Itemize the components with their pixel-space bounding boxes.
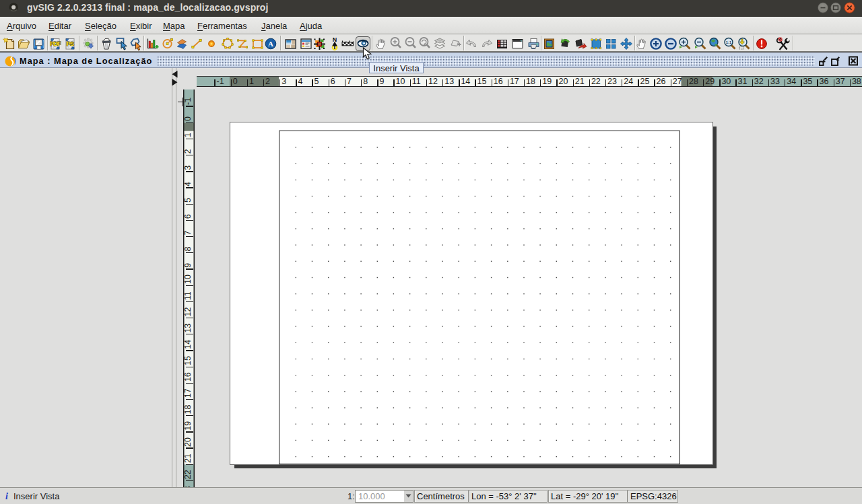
svg-text:22: 22	[183, 470, 193, 479]
svg-text:15: 15	[477, 77, 487, 86]
svg-text:5: 5	[314, 77, 319, 86]
svg-text:26: 26	[657, 77, 666, 86]
svg-text:22: 22	[591, 77, 601, 86]
svg-text:-1: -1	[217, 77, 224, 86]
svg-text:7: 7	[347, 77, 352, 86]
svg-text:20: 20	[559, 77, 568, 86]
svg-text:36: 36	[820, 77, 829, 86]
svg-text:6: 6	[183, 214, 193, 219]
svg-text:10: 10	[183, 275, 193, 284]
svg-text:11: 11	[183, 291, 193, 300]
svg-text:1: 1	[249, 77, 254, 86]
svg-text:37: 37	[836, 77, 845, 86]
svg-text:12: 12	[183, 307, 193, 316]
svg-text:3: 3	[281, 77, 286, 86]
svg-text:0: 0	[233, 77, 238, 86]
svg-text:A: A	[268, 40, 273, 48]
svg-text:10: 10	[396, 77, 405, 86]
svg-text:PDF: PDF	[50, 40, 61, 47]
svg-text:21: 21	[183, 454, 193, 463]
svg-text:35: 35	[803, 77, 812, 86]
svg-text:19: 19	[542, 77, 552, 86]
svg-text:27: 27	[673, 77, 682, 86]
svg-text:1: 1	[183, 133, 193, 137]
svg-text:18: 18	[526, 77, 535, 86]
svg-text:21: 21	[575, 77, 585, 86]
svg-text:18: 18	[183, 405, 193, 415]
svg-text:0: 0	[183, 116, 193, 121]
svg-text:4: 4	[298, 77, 303, 86]
svg-text:33: 33	[770, 77, 780, 86]
svg-text:23: 23	[607, 77, 617, 86]
svg-text:28: 28	[689, 77, 698, 86]
svg-text:2: 2	[265, 77, 270, 86]
svg-text:11: 11	[412, 77, 421, 86]
svg-text:9: 9	[379, 77, 384, 86]
svg-text:14: 14	[461, 77, 470, 86]
svg-text:16: 16	[494, 77, 503, 86]
svg-text:20: 20	[183, 437, 193, 447]
svg-text:12: 12	[428, 77, 438, 86]
svg-text:19: 19	[183, 421, 193, 431]
svg-text:38: 38	[852, 77, 861, 86]
svg-text:14: 14	[183, 340, 193, 349]
svg-text:6: 6	[331, 77, 335, 86]
svg-text:PS: PS	[67, 40, 74, 47]
svg-text:34: 34	[787, 77, 796, 86]
svg-text:13: 13	[183, 324, 193, 333]
svg-text:8: 8	[363, 77, 368, 86]
svg-text:16: 16	[183, 372, 193, 382]
svg-text:15: 15	[183, 356, 193, 365]
svg-text:31: 31	[738, 77, 748, 86]
svg-text:30: 30	[721, 77, 731, 86]
svg-text:17: 17	[183, 388, 193, 398]
svg-text:7: 7	[183, 230, 193, 235]
svg-text:i: i	[5, 491, 8, 501]
svg-text:3: 3	[183, 166, 193, 170]
svg-text:32: 32	[754, 77, 764, 86]
svg-text:24: 24	[624, 77, 633, 86]
svg-text:25: 25	[640, 77, 650, 86]
svg-text:8: 8	[183, 247, 193, 252]
svg-text:29: 29	[705, 77, 715, 86]
svg-text:13: 13	[444, 77, 454, 86]
svg-text:5: 5	[183, 198, 193, 203]
svg-text:17: 17	[510, 77, 519, 86]
svg-text:1:1: 1:1	[726, 40, 732, 44]
svg-text:9: 9	[183, 263, 193, 268]
svg-text:2: 2	[183, 149, 193, 154]
svg-text:4: 4	[183, 182, 193, 186]
